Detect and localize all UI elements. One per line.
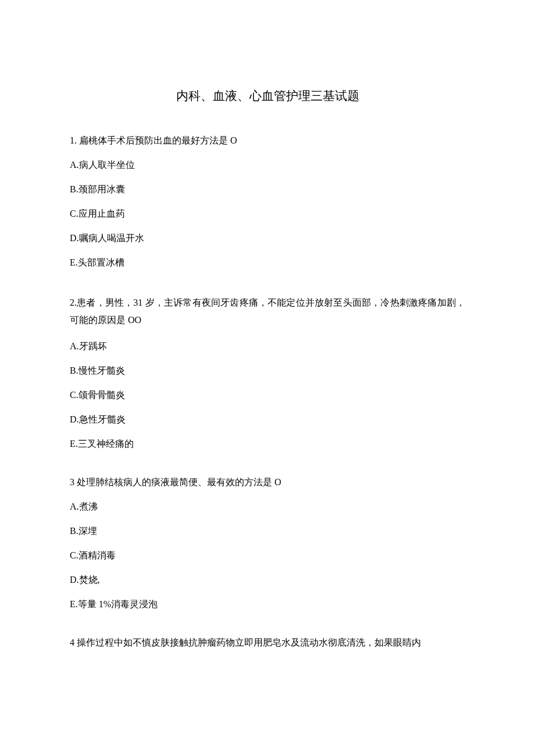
option-d: D.焚烧,	[70, 573, 465, 587]
option-a: A.牙踽坏	[70, 339, 465, 353]
option-b: B.颈部用冰囊	[70, 182, 465, 196]
option-e: E.三叉神经痛的	[70, 437, 465, 451]
option-a: A.病人取半坐位	[70, 158, 465, 172]
page-title: 内科、血液、心血管护理三基试题	[70, 87, 465, 106]
option-c: C.颌骨骨髓炎	[70, 388, 465, 402]
option-c: C.应用止血药	[70, 207, 465, 221]
question-block: 1. 扁桃体手术后预防出血的最好方法是 O A.病人取半坐位 B.颈部用冰囊 C…	[70, 134, 465, 270]
option-e: E.等量 1%消毒灵浸泡	[70, 597, 465, 611]
question-block: 3 处理肺结核病人的痰液最简便、最有效的方法是 O A.煮沸 B.深埋 C.酒精…	[70, 475, 465, 611]
option-d: D.急性牙髓炎	[70, 413, 465, 427]
question-block: 2.患者，男性，31 岁，主诉常有夜间牙齿疼痛，不能定位并放射至头面部，冷热刺激…	[70, 294, 465, 452]
option-b: B.慢性牙髓炎	[70, 364, 465, 378]
option-d: D.嘱病人喝温开水	[70, 231, 465, 245]
question-block: 4 操作过程中如不慎皮肤接触抗肿瘤药物立即用肥皂水及流动水彻底清洗，如果眼睛内	[70, 636, 465, 650]
option-c: C.酒精消毒	[70, 549, 465, 562]
question-stem: 2.患者，男性，31 岁，主诉常有夜间牙齿疼痛，不能定位并放射至头面部，冷热刺激…	[70, 294, 465, 329]
question-stem: 3 处理肺结核病人的痰液最简便、最有效的方法是 O	[70, 475, 465, 489]
question-stem: 4 操作过程中如不慎皮肤接触抗肿瘤药物立即用肥皂水及流动水彻底清洗，如果眼睛内	[70, 636, 465, 650]
question-stem: 1. 扁桃体手术后预防出血的最好方法是 O	[70, 134, 465, 148]
option-b: B.深埋	[70, 524, 465, 538]
option-a: A.煮沸	[70, 500, 465, 514]
option-e: E.头部置冰槽	[70, 256, 465, 270]
